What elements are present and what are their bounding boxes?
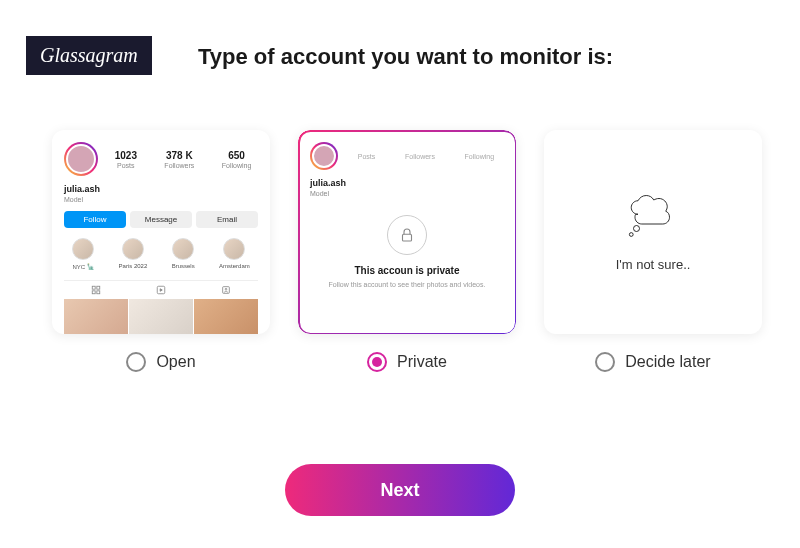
message-button[interactable]: Message [130, 211, 192, 228]
option-decide-later[interactable]: Decide later [544, 352, 762, 372]
svg-rect-1 [97, 286, 100, 289]
page-title: Type of account you want to monitor is: [198, 44, 613, 70]
bio: Model [310, 190, 504, 197]
card-open[interactable]: 1023Posts 378 KFollowers 650Following ju… [52, 130, 270, 334]
post-thumbnail[interactable] [129, 299, 193, 334]
svg-point-9 [629, 232, 633, 236]
stat-posts: 1023Posts [115, 150, 137, 169]
username: julia.ash [64, 184, 258, 194]
stat-label: Following [465, 153, 495, 160]
radio-icon [595, 352, 615, 372]
stat-following: 650Following [222, 150, 252, 169]
stat-label: Followers [405, 153, 435, 160]
username: julia.ash [310, 178, 504, 188]
svg-rect-0 [93, 286, 96, 289]
post-thumbnail[interactable] [194, 299, 258, 334]
option-label: Open [156, 353, 195, 371]
svg-point-6 [225, 288, 227, 290]
radio-icon [126, 352, 146, 372]
option-private[interactable]: Private [298, 352, 516, 372]
follow-button[interactable]: Follow [64, 211, 126, 228]
private-title: This accoun is private [310, 265, 504, 276]
svg-rect-2 [93, 291, 96, 294]
post-thumbnail[interactable] [64, 299, 128, 334]
options-row: Open Private Decide later [52, 352, 762, 372]
bio: Model [64, 196, 258, 203]
radio-icon [367, 352, 387, 372]
avatar [312, 144, 336, 168]
reels-icon[interactable] [156, 285, 166, 295]
svg-point-8 [634, 225, 640, 231]
avatar-ring [310, 142, 338, 170]
grid-icon[interactable] [91, 285, 101, 295]
tagged-icon[interactable] [221, 285, 231, 295]
thought-bubble-icon [623, 193, 683, 243]
private-subtitle: Follow this account to see their photos … [310, 280, 504, 289]
stat-followers: 378 KFollowers [164, 150, 194, 169]
card-decide[interactable]: I'm not sure.. [544, 130, 762, 334]
option-open[interactable]: Open [52, 352, 270, 372]
option-label: Decide later [625, 353, 710, 371]
decide-text: I'm not sure.. [616, 257, 691, 272]
highlight-item[interactable]: Brussels [172, 238, 195, 270]
svg-rect-3 [97, 291, 100, 294]
svg-rect-7 [403, 234, 412, 241]
card-row: 1023Posts 378 KFollowers 650Following ju… [52, 130, 762, 334]
highlight-item[interactable]: Amsterdam [219, 238, 250, 270]
avatar-ring [64, 142, 98, 176]
next-button[interactable]: Next [285, 464, 515, 516]
avatar [66, 144, 96, 174]
logo: Glassagram [26, 36, 152, 75]
lock-circle [387, 215, 427, 255]
highlight-item[interactable]: Paris 2022 [119, 238, 148, 270]
stat-label: Posts [358, 153, 376, 160]
highlight-item[interactable]: NYC 🗽 [72, 238, 94, 270]
lock-icon [398, 226, 416, 244]
card-private[interactable]: Posts Followers Following julia.ash Mode… [298, 130, 516, 334]
option-label: Private [397, 353, 447, 371]
email-button[interactable]: Email [196, 211, 258, 228]
